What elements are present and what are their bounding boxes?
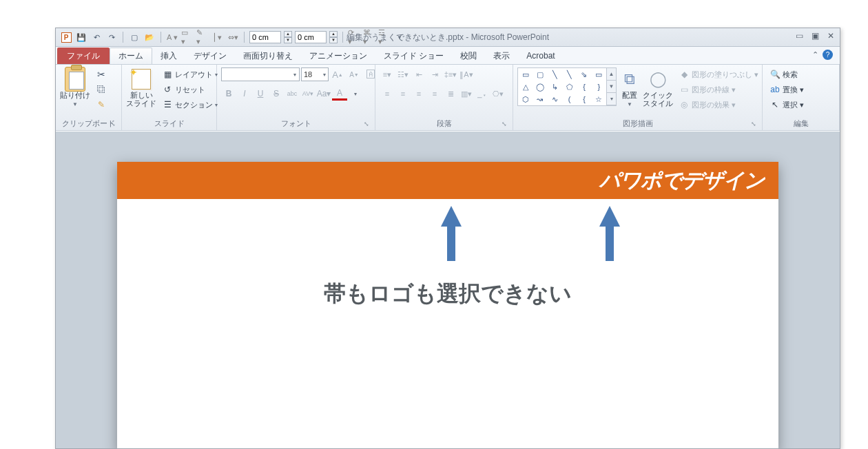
- clipboard-dialog-icon[interactable]: ⤡: [109, 121, 117, 129]
- shadow-button[interactable]: abc: [285, 87, 300, 101]
- quick-styles-button[interactable]: ◯ クイック スタイル: [643, 67, 673, 107]
- slide-band: パワポでデザイン: [117, 162, 778, 199]
- tab-animations[interactable]: アニメーション: [301, 48, 375, 64]
- shape-height-input[interactable]: [295, 31, 327, 43]
- group-font: ▾ 18▾ A▲ A▼ 🄰 B I U S abc AV▾ Aa▾: [217, 65, 375, 130]
- tab-view[interactable]: 表示: [485, 48, 518, 64]
- paste-button[interactable]: 貼り付け▼: [60, 67, 90, 108]
- char-spacing-button[interactable]: AV▾: [300, 87, 316, 101]
- group-clipboard: 貼り付け▼ クリップボード⤡: [56, 65, 122, 130]
- line-spacing-button[interactable]: ‡≡▾: [443, 67, 458, 81]
- change-case-button[interactable]: Aa▾: [316, 87, 331, 101]
- new-slide-button[interactable]: 新しい スライド: [126, 67, 156, 107]
- slide-canvas[interactable]: パワポでデザイン 帯もロゴも選択できない: [117, 162, 778, 449]
- align-icon[interactable]: ⎢▾: [211, 31, 224, 43]
- save-icon[interactable]: 💾: [75, 31, 87, 43]
- band-logo-text: パワポでデザイン: [599, 167, 765, 195]
- slide-area: パワポでデザイン 帯もロゴも選択できない: [56, 132, 840, 448]
- ribbon: 貼り付け▼ クリップボード⤡ 新しい スライド: [56, 65, 840, 131]
- group-paragraph: ≡▾ ☷▾ ⇤ ⇥ ‡≡▾ ‖A▾ ≡ ≡ ≡ ≡ ≣ ▥▾ ⎯▾: [375, 65, 513, 130]
- numbering-button[interactable]: ☷▾: [395, 67, 411, 81]
- quick-access-toolbar: P 💾 ↶ ↷ ▢ 📂 A ▾ ▭ ▾ ✎ ▾ ⎢▾ ⇔▾ ▲▼ ▲▼ ⟳ ▾: [56, 31, 406, 43]
- underline-button[interactable]: U: [253, 87, 268, 101]
- drawing-dialog-icon[interactable]: ⤡: [750, 121, 758, 129]
- collapse-ribbon-icon[interactable]: ⌃: [812, 50, 818, 59]
- tab-slideshow[interactable]: スライド ショー: [375, 48, 452, 64]
- up-arrow-icon: [599, 206, 620, 261]
- increase-indent-button[interactable]: ⇥: [427, 67, 442, 81]
- align-center-button[interactable]: ≡: [395, 87, 411, 101]
- close-button[interactable]: ✕: [827, 31, 834, 41]
- arrange-button[interactable]: ⧉ 配置▼: [619, 67, 640, 108]
- select-button[interactable]: ↖選択 ▾: [767, 98, 807, 112]
- find-button[interactable]: 🔍検索: [767, 67, 807, 81]
- group-slides: 新しい スライド ▦レイアウト ▾ ↺リセット ☰セクション ▾ スライド: [122, 65, 217, 130]
- font-color-button[interactable]: A: [332, 87, 347, 101]
- shape-effects-button[interactable]: ◎図形の効果 ▾: [676, 98, 761, 112]
- tab-file[interactable]: ファイル: [57, 48, 110, 64]
- shapes-gallery-spinner[interactable]: ▲▼▾: [607, 67, 617, 106]
- bullets-button[interactable]: ≡▾: [380, 67, 395, 81]
- shape-fill-icon[interactable]: ▭ ▾: [181, 31, 194, 43]
- font-size-select[interactable]: 18▾: [301, 67, 329, 81]
- font-dialog-icon[interactable]: ⤡: [362, 121, 371, 129]
- tab-transitions[interactable]: 画面切り替え: [235, 48, 301, 64]
- font-family-select[interactable]: ▾: [221, 67, 300, 81]
- redo-icon[interactable]: ↷: [105, 31, 118, 43]
- help-icon[interactable]: ?: [823, 50, 833, 60]
- tab-design[interactable]: デザイン: [185, 48, 235, 64]
- app-window: P 💾 ↶ ↷ ▢ 📂 A ▾ ▭ ▾ ✎ ▾ ⎢▾ ⇔▾ ▲▼ ▲▼ ⟳ ▾: [55, 28, 840, 449]
- paragraph-dialog-icon[interactable]: ⤡: [500, 121, 508, 129]
- ribbon-tabs: ファイル ホーム 挿入 デザイン 画面切り替え アニメーション スライド ショー…: [56, 47, 840, 65]
- width-spinner[interactable]: ▲▼: [284, 31, 292, 43]
- justify-button[interactable]: ≡: [427, 87, 442, 101]
- order-icon[interactable]: ☲ ▾: [378, 31, 391, 43]
- tab-home[interactable]: ホーム: [110, 48, 152, 64]
- height-spinner[interactable]: ▲▼: [329, 31, 338, 43]
- font-color-drop[interactable]: ▾: [348, 87, 363, 101]
- bold-button[interactable]: B: [221, 87, 236, 101]
- layout-button[interactable]: ▦レイアウト ▾: [159, 67, 220, 81]
- open-icon[interactable]: 📂: [143, 31, 156, 43]
- tab-review[interactable]: 校閲: [452, 48, 485, 64]
- minimize-button[interactable]: ▭: [796, 31, 803, 41]
- qat-customize-icon[interactable]: ▼: [393, 31, 406, 43]
- grow-font-button[interactable]: A▲: [330, 67, 345, 81]
- shrink-font-button[interactable]: A▼: [347, 67, 362, 81]
- smartart-button[interactable]: ⎔▾: [490, 87, 506, 101]
- replace-button[interactable]: ab置換 ▾: [767, 83, 807, 96]
- app-icon[interactable]: P: [60, 31, 72, 43]
- maximize-button[interactable]: ▣: [812, 31, 819, 41]
- font-color-a-icon[interactable]: A ▾: [166, 31, 178, 43]
- shape-fill-button[interactable]: ◆図形の塗りつぶし ▾: [676, 67, 761, 81]
- cut-button[interactable]: [93, 67, 110, 81]
- shape-outline-button[interactable]: ▭図形の枠線 ▾: [676, 83, 761, 96]
- section-button[interactable]: ☰セクション ▾: [159, 98, 220, 112]
- align-right-button[interactable]: ≡: [411, 87, 426, 101]
- decrease-indent-button[interactable]: ⇤: [411, 67, 426, 81]
- shape-width-input[interactable]: [249, 31, 281, 43]
- undo-icon[interactable]: ↶: [90, 31, 103, 43]
- svg-marker-0: [441, 206, 462, 261]
- align-left-button[interactable]: ≡: [380, 87, 395, 101]
- align-text-button[interactable]: ⎯▾: [475, 87, 490, 101]
- annotation-text: 帯もロゴも選択できない: [117, 279, 778, 309]
- copy-button[interactable]: [93, 83, 110, 96]
- text-direction-button[interactable]: ‖A▾: [459, 67, 474, 81]
- tab-insert[interactable]: 挿入: [152, 48, 185, 64]
- up-arrow-icon: [441, 206, 462, 261]
- reset-button[interactable]: ↺リセット: [159, 83, 220, 96]
- rotate-icon[interactable]: ⟳ ▾: [348, 31, 360, 43]
- distribute-icon[interactable]: ⇔▾: [227, 31, 239, 43]
- strike-button[interactable]: S: [269, 87, 284, 101]
- new-icon[interactable]: ▢: [128, 31, 141, 43]
- svg-marker-1: [599, 206, 620, 261]
- columns-button[interactable]: ▥▾: [459, 87, 474, 101]
- shape-outline-icon[interactable]: ✎ ▾: [196, 31, 209, 43]
- tab-acrobat[interactable]: Acrobat: [518, 48, 563, 64]
- shapes-gallery[interactable]: ▭▢╲╲⇘▭ △◯↳⬠{} ⬡↝∿({☆: [517, 67, 607, 106]
- format-painter-button[interactable]: [93, 98, 110, 112]
- group-icon[interactable]: ⌘ ▾: [363, 31, 375, 43]
- distributed-button[interactable]: ≣: [443, 87, 458, 101]
- italic-button[interactable]: I: [237, 87, 252, 101]
